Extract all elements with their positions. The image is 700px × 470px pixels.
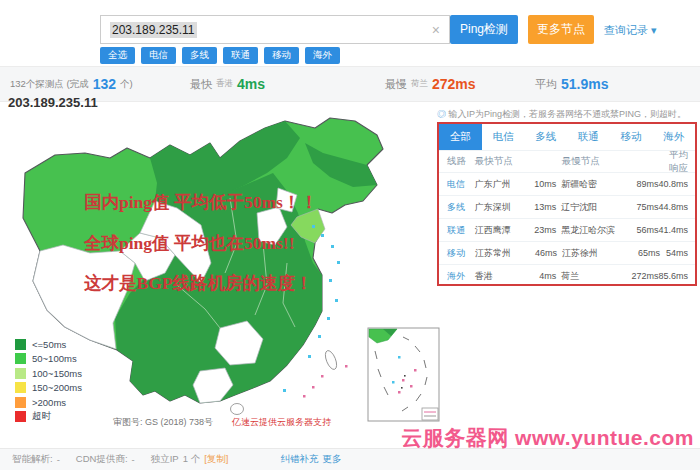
tab-mobile[interactable]: 移动 <box>610 124 653 150</box>
more-link[interactable]: 更多 <box>322 453 341 466</box>
panel-tip: ◎ 输入IP为Ping检测，若服务器网络不通或禁PING，则超时。 <box>437 108 697 121</box>
city-marks <box>303 365 348 398</box>
table-row: 多线 广东深圳 13ms 辽宁沈阳 75ms 44.8ms <box>439 195 695 218</box>
legend-swatch <box>15 382 26 393</box>
feedback-link[interactable]: 纠错补充 <box>280 453 318 466</box>
map-license: 审图号: GS (2018) 738号 <box>113 416 213 429</box>
result-tabs: 全部 电信 多线 联通 移动 海外 <box>439 124 695 151</box>
table-header: 线路 最快节点 最慢节点 平均响应 <box>439 151 695 172</box>
clear-icon[interactable]: × <box>432 23 440 37</box>
map-sponsor-link[interactable]: 亿速云提供云服务器支持 <box>232 416 331 429</box>
taiwan-island <box>323 349 339 371</box>
ping-test-page: 203.189.235.11 × Ping检测 更多节点 查询记录 ▾ 全选 电… <box>0 0 700 470</box>
legend-swatch <box>15 397 26 408</box>
tab-unicom[interactable]: 联通 <box>567 124 610 150</box>
legend-item: 50~100ms <box>15 352 82 367</box>
stat-fastest: 最快 香港 4ms <box>190 67 265 101</box>
legend-item: 150~200ms <box>15 381 82 396</box>
filter-mobile[interactable]: 移动 <box>264 47 299 64</box>
legend-item: >200ms <box>15 395 82 410</box>
search-value: 203.189.235.11 <box>110 22 197 38</box>
legend-swatch <box>15 411 26 422</box>
average-value: 51.9ms <box>561 76 608 92</box>
legend-item: 超时 <box>15 410 82 425</box>
legend-item: <=50ms <box>15 337 82 352</box>
line-filter-chips: 全选 电信 多线 联通 移动 海外 <box>100 47 340 64</box>
tab-multi[interactable]: 多线 <box>524 124 567 150</box>
cdn-label: CDN提供商: <box>76 453 128 466</box>
result-table-box: 全部 电信 多线 联通 移动 海外 线路 最快节点 最慢节点 平均响应 电信 广… <box>437 122 697 286</box>
history-link[interactable]: 查询记录 ▾ <box>604 23 657 38</box>
hainan-island <box>231 404 244 415</box>
table-row: 移动 江苏常州 46ms 江苏徐州 65ms 54ms <box>439 241 695 264</box>
legend-swatch <box>15 339 26 350</box>
stat-average: 平均 51.9ms <box>535 67 608 101</box>
map-annotation-3: 这才是BGP线路机房的速度！ <box>84 271 312 295</box>
table-row: 海外 香港 4ms 荷兰 272ms 85.6ms <box>439 264 695 287</box>
slowest-value: 272ms <box>432 76 476 92</box>
tab-all[interactable]: 全部 <box>439 124 482 150</box>
filter-unicom[interactable]: 联通 <box>223 47 258 64</box>
stats-bar: 132个探测点 (完成132个) 最快 香港 4ms 最慢 荷兰 272ms 平… <box>0 66 700 102</box>
search-input[interactable]: 203.189.235.11 × <box>100 15 450 44</box>
filter-all[interactable]: 全选 <box>100 47 135 64</box>
dns-label: 智能解析: <box>12 453 53 466</box>
stat-slowest: 最慢 荷兰 272ms <box>385 67 476 101</box>
legend-swatch <box>15 353 26 364</box>
filter-overseas[interactable]: 海外 <box>305 47 340 64</box>
map-legend: <=50ms 50~100ms 100~150ms 150~200ms >200… <box>15 337 82 424</box>
table-row: 电信 广东广州 10ms 新疆哈密 89ms 40.8ms <box>439 172 695 195</box>
south-sea-inset <box>368 328 439 421</box>
map-annotation-2: 全球ping值 平均也在50ms!! <box>84 231 295 255</box>
filter-multi[interactable]: 多线 <box>182 47 217 64</box>
fastest-value: 4ms <box>237 76 265 92</box>
site-watermark: 云服务器网 www.yuntue.com <box>401 424 694 452</box>
tab-telecom[interactable]: 电信 <box>482 124 525 150</box>
ip-label: 独立IP <box>151 453 179 466</box>
tab-overseas[interactable]: 海外 <box>652 124 695 150</box>
more-nodes-button[interactable]: 更多节点 <box>528 15 594 44</box>
table-row: 联通 江西鹰潭 23ms 黑龙江哈尔滨 56ms 41.4ms <box>439 218 695 241</box>
copy-link[interactable]: [复制] <box>204 453 228 466</box>
ping-button[interactable]: Ping检测 <box>450 15 518 44</box>
map-annotation-1: 国内ping值 平均低于50ms！！ <box>84 190 318 214</box>
info-icon: ◎ <box>437 109 446 119</box>
probes-count: 132 <box>93 76 116 92</box>
filter-telecom[interactable]: 电信 <box>141 47 176 64</box>
legend-item: 100~150ms <box>15 366 82 381</box>
legend-swatch <box>15 368 26 379</box>
page-title: 203.189.235.11 <box>8 95 98 110</box>
